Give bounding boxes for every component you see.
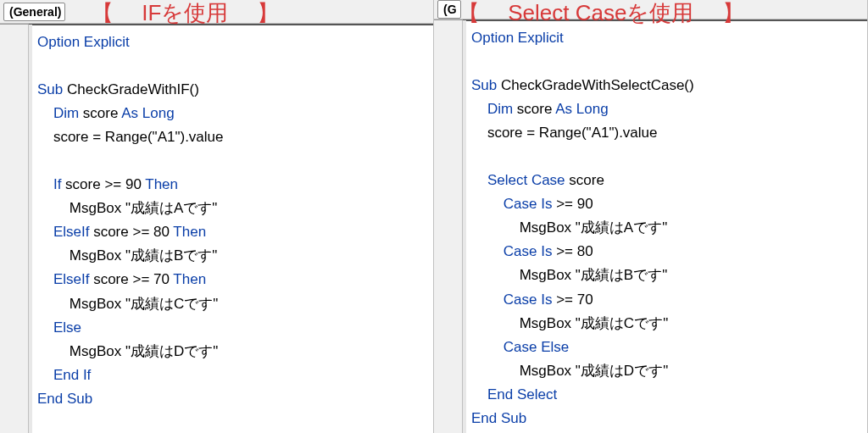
ge90: >= 90 xyxy=(552,196,593,212)
kw-then: Then xyxy=(145,176,178,192)
msg-a: MsgBox "成績はAです" xyxy=(70,200,218,216)
right-code[interactable]: Option Explicit Sub CheckGradeWithSelect… xyxy=(463,19,867,433)
sub-name: CheckGradeWithSelectCase() xyxy=(497,77,693,93)
assign-line: score = Range("A1").value xyxy=(53,129,224,145)
kw-aslong: As Long xyxy=(555,101,608,117)
bracket-close: 】 xyxy=(257,0,279,25)
kw-then3: Then xyxy=(173,271,206,287)
kw-elseif: ElseIf xyxy=(53,224,90,240)
dropdown-value: (G xyxy=(443,3,457,16)
title-text: IFを使用 xyxy=(120,0,250,25)
kw-endif: End If xyxy=(53,367,91,383)
msg-c: MsgBox "成績はCです" xyxy=(520,315,668,331)
right-pane: (G 【 Select Caseを使用 】 Option Explicit Su… xyxy=(434,0,868,433)
left-header: (General) 【 IFを使用 】 xyxy=(0,0,433,24)
left-code[interactable]: Option Explicit Sub CheckGradeWithIF() D… xyxy=(29,24,433,433)
left-margin xyxy=(0,25,29,433)
object-dropdown-left[interactable]: (General) xyxy=(3,3,65,21)
kw-dim: Dim xyxy=(487,101,513,117)
kw-caseis2: Case Is xyxy=(504,243,553,259)
kw-then2: Then xyxy=(173,224,206,240)
kw-sub: Sub xyxy=(37,81,63,97)
kw-sub: Sub xyxy=(471,77,497,93)
msg-b: MsgBox "成績はBです" xyxy=(70,247,218,264)
kw-endsub: End Sub xyxy=(471,410,526,426)
kw-else: Else xyxy=(53,319,81,336)
bracket-close: 】 xyxy=(722,0,744,25)
assign-line: score = Range("A1").value xyxy=(487,125,658,141)
kw-selectcase: Select Case xyxy=(487,172,565,188)
kw-caseis: Case Is xyxy=(504,196,553,212)
ge70: >= 70 xyxy=(552,291,593,308)
select-var: score xyxy=(565,172,604,188)
kw-endsub: End Sub xyxy=(37,391,92,407)
kw-dim: Dim xyxy=(53,105,79,121)
kw-endselect: End Select xyxy=(487,386,557,402)
if-cond: score >= 90 xyxy=(61,176,145,192)
ge80: >= 80 xyxy=(552,243,593,259)
kw-caseis3: Case Is xyxy=(504,291,553,308)
kw-caseelse: Case Else xyxy=(504,339,569,355)
msg-d: MsgBox "成績はDです" xyxy=(520,363,668,379)
elseif70: score >= 70 xyxy=(89,271,173,287)
dim-var: score xyxy=(79,105,121,121)
kw-aslong: As Long xyxy=(121,105,174,121)
kw-option: Option Explicit xyxy=(471,30,564,46)
kw-if: If xyxy=(53,176,61,192)
left-title: 【 IFを使用 】 xyxy=(92,0,279,28)
title-text: Select Caseを使用 xyxy=(486,0,715,25)
dim-var: score xyxy=(513,101,555,117)
msg-c: MsgBox "成績はCです" xyxy=(70,296,218,312)
bracket-open: 【 xyxy=(92,0,114,25)
left-code-area: Option Explicit Sub CheckGradeWithIF() D… xyxy=(0,24,433,433)
elseif80: score >= 80 xyxy=(89,224,173,240)
right-margin xyxy=(434,20,463,433)
sub-name: CheckGradeWithIF() xyxy=(63,81,199,97)
dropdown-value: (General) xyxy=(9,5,61,19)
msg-d: MsgBox "成績はDです" xyxy=(70,343,218,359)
right-title: 【 Select Caseを使用 】 xyxy=(458,0,744,28)
kw-option: Option Explicit xyxy=(37,34,130,50)
msg-a: MsgBox "成績はAです" xyxy=(520,219,668,236)
right-code-area: Option Explicit Sub CheckGradeWithSelect… xyxy=(434,19,867,433)
left-pane: (General) 【 IFを使用 】 Option Explicit Sub … xyxy=(0,0,434,433)
kw-elseif2: ElseIf xyxy=(53,271,90,287)
right-header: (G 【 Select Caseを使用 】 xyxy=(434,0,867,19)
msg-b: MsgBox "成績はBです" xyxy=(520,267,668,283)
